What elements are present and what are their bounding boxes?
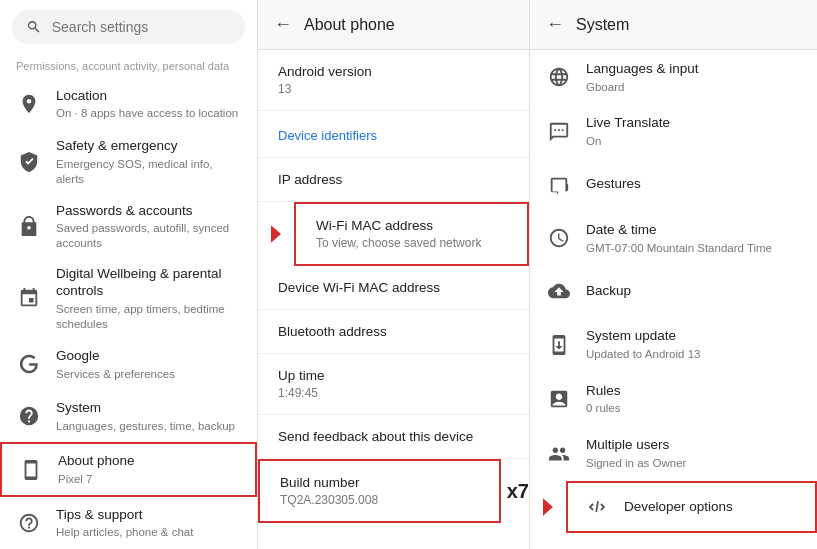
search-input[interactable] — [52, 19, 231, 35]
wifi-mac-item[interactable]: Wi-Fi MAC address To view, choose saved … — [294, 202, 529, 266]
live-translate-icon — [546, 119, 572, 145]
date-time-text: Date & time GMT-07:00 Mountain Standard … — [586, 221, 801, 255]
developer-options-icon — [584, 494, 610, 520]
right-item-languages[interactable]: Languages & input Gboard — [530, 50, 817, 104]
digital-wellbeing-icon — [16, 285, 42, 311]
date-time-icon — [546, 225, 572, 251]
right-item-rules[interactable]: Rules 0 rules — [530, 372, 817, 426]
left-panel: Permissions, account activity, personal … — [0, 0, 258, 549]
faded-text: Permissions, account activity, personal … — [0, 54, 257, 78]
system-update-text: System update Updated to Android 13 — [586, 327, 801, 361]
digital-wellbeing-text: Digital Wellbeing & parental controls Sc… — [56, 265, 241, 332]
sidebar-item-digital-wellbeing[interactable]: Digital Wellbeing & parental controls Sc… — [0, 258, 257, 338]
passwords-icon — [16, 213, 42, 239]
languages-icon — [546, 64, 572, 90]
build-number-item[interactable]: Build number TQ2A.230305.008 — [258, 459, 501, 523]
passwords-text: Passwords & accounts Saved passwords, au… — [56, 202, 241, 251]
sidebar-item-passwords[interactable]: Passwords & accounts Saved passwords, au… — [0, 194, 257, 258]
ip-address-item[interactable]: IP address — [258, 158, 529, 202]
live-translate-text: Live Translate On — [586, 114, 801, 148]
middle-back-button[interactable]: ← — [274, 14, 292, 35]
search-icon — [26, 18, 42, 36]
sidebar-item-tips[interactable]: Tips & support Help articles, phone & ch… — [0, 497, 257, 549]
right-item-multiple-users[interactable]: Multiple users Signed in as Owner — [530, 426, 817, 480]
right-items-list: Languages & input Gboard Live Translate … — [530, 50, 817, 549]
x7-badge: x7 — [507, 480, 529, 503]
right-panel-title: System — [576, 16, 629, 34]
backup-icon — [546, 278, 572, 304]
safety-icon — [16, 149, 42, 175]
uptime-item[interactable]: Up time 1:49:45 — [258, 354, 529, 415]
backup-text: Backup — [586, 282, 801, 302]
middle-panel-title: About phone — [304, 16, 395, 34]
multiple-users-text: Multiple users Signed in as Owner — [586, 436, 801, 470]
sidebar-item-location[interactable]: Location On · 8 apps have access to loca… — [0, 78, 257, 130]
google-icon — [16, 351, 42, 377]
tips-text: Tips & support Help articles, phone & ch… — [56, 506, 241, 540]
feedback-item[interactable]: Send feedback about this device — [258, 415, 529, 459]
multiple-users-icon — [546, 441, 572, 467]
about-phone-icon — [18, 457, 44, 483]
right-back-button[interactable]: ← — [546, 14, 564, 35]
developer-options-text: Developer options — [624, 498, 799, 516]
device-identifiers-item[interactable]: Device identifiers — [258, 111, 529, 158]
bluetooth-item[interactable]: Bluetooth address — [258, 310, 529, 354]
right-panel-header: ← System — [530, 0, 817, 50]
tips-icon — [16, 510, 42, 536]
right-item-gestures[interactable]: Gestures — [530, 159, 817, 211]
sidebar-item-about-phone[interactable]: About phone Pixel 7 — [0, 442, 257, 497]
right-item-live-translate[interactable]: Live Translate On — [530, 104, 817, 158]
middle-panel-header: ← About phone — [258, 0, 529, 50]
languages-text: Languages & input Gboard — [586, 60, 801, 94]
right-item-date-time[interactable]: Date & time GMT-07:00 Mountain Standard … — [530, 211, 817, 265]
system-text: System Languages, gestures, time, backup — [56, 399, 241, 433]
arrow-right-icon — [261, 219, 291, 249]
about-phone-text: About phone Pixel 7 — [58, 452, 239, 486]
device-wifi-mac-item[interactable]: Device Wi-Fi MAC address — [258, 266, 529, 310]
sidebar-item-system[interactable]: System Languages, gestures, time, backup — [0, 390, 257, 442]
middle-items-list: Android version 13 Device identifiers IP… — [258, 50, 529, 549]
right-item-system-update[interactable]: System update Updated to Android 13 — [530, 317, 817, 371]
sidebar-item-safety[interactable]: Safety & emergency Emergency SOS, medica… — [0, 130, 257, 194]
gestures-icon — [546, 172, 572, 198]
system-icon — [16, 403, 42, 429]
middle-panel: ← About phone Android version 13 Device … — [258, 0, 530, 549]
gestures-text: Gestures — [586, 175, 801, 195]
right-item-developer-options[interactable]: Developer options — [566, 481, 817, 533]
location-text: Location On · 8 apps have access to loca… — [56, 87, 241, 121]
right-item-reset-options[interactable]: Reset options — [530, 533, 817, 549]
search-bar[interactable] — [12, 10, 245, 44]
right-panel: ← System Languages & input Gboard — [530, 0, 817, 549]
right-arrow-icon — [533, 492, 563, 522]
location-icon — [16, 91, 42, 117]
right-item-backup[interactable]: Backup — [530, 265, 817, 317]
rules-icon — [546, 386, 572, 412]
android-version-item[interactable]: Android version 13 — [258, 50, 529, 111]
system-update-icon — [546, 332, 572, 358]
rules-text: Rules 0 rules — [586, 382, 801, 416]
sidebar-item-google[interactable]: Google Services & preferences — [0, 338, 257, 390]
google-text: Google Services & preferences — [56, 347, 241, 381]
safety-text: Safety & emergency Emergency SOS, medica… — [56, 137, 241, 186]
